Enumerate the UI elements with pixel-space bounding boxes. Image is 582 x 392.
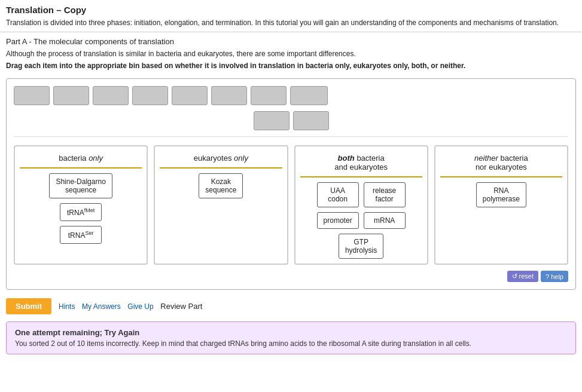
help-button[interactable]: ? help <box>541 271 568 282</box>
placed-item-trna-ser[interactable]: tRNASer <box>60 226 102 244</box>
placed-item-rna-polymerase[interactable]: RNApolymerase <box>476 182 526 207</box>
drag-item-2[interactable] <box>53 86 89 105</box>
feedback-box: One attempt remaining; Try Again You sor… <box>6 321 576 354</box>
placed-item-promoter[interactable]: promoter <box>317 212 359 229</box>
bin-neither-items: RNApolymerase <box>440 182 562 207</box>
drag-item-10[interactable] <box>293 111 329 130</box>
reset-help-row: ↺ reset ? help <box>14 271 568 282</box>
reset-button[interactable]: ↺ reset <box>507 271 539 282</box>
my-answers-link[interactable]: My Answers <box>82 302 121 311</box>
main-content-box: bacteria only Shine-Dalgarnosequence tRN… <box>6 78 576 290</box>
bin-both-row1: UAAcodon releasefactor <box>317 182 406 207</box>
drag-item-5[interactable] <box>172 86 208 105</box>
part-instruction: Drag each item into the appropriate bin … <box>0 60 582 75</box>
bin-neither: neither bacterianor eukaryotes RNApolyme… <box>434 145 568 265</box>
bin-both: both bacteriaand eukaryotes UAAcodon rel… <box>294 145 428 265</box>
placed-item-mrna[interactable]: mRNA <box>364 212 406 229</box>
action-row: Submit Hints My Answers Give Up Review P… <box>0 293 582 319</box>
part-subtitle: The molecular components of translation <box>33 37 174 46</box>
bin-bacteria-only-items: Shine-Dalgarnosequence tRNAfMet tRNASer <box>20 173 142 244</box>
bin-both-row2: promoter mRNA <box>317 212 406 229</box>
drag-item-1[interactable] <box>14 86 50 105</box>
drag-item-3[interactable] <box>93 86 129 105</box>
part-desc: Although the process of translation is s… <box>0 48 582 60</box>
drag-item-8[interactable] <box>290 86 328 105</box>
placed-item-kozak[interactable]: Kozaksequence <box>199 173 243 198</box>
drag-item-4[interactable] <box>132 86 168 105</box>
page-title: Translation – Copy <box>0 0 582 17</box>
review-part-text: Review Part <box>160 302 202 311</box>
placed-item-shine-dalgarno[interactable]: Shine-Dalgarnosequence <box>49 173 112 198</box>
bin-neither-header: neither bacterianor eukaryotes <box>440 151 562 177</box>
part-label: Part A <box>6 37 27 46</box>
bin-eukaryotes-only: eukaryotes only Kozaksequence <box>154 145 288 265</box>
feedback-title: One attempt remaining; Try Again <box>15 328 567 337</box>
placed-item-trna-fmet[interactable]: tRNAfMet <box>60 203 102 221</box>
draggable-items-area <box>14 86 568 137</box>
bin-eukaryotes-only-header: eukaryotes only <box>160 151 282 169</box>
bin-bacteria-only-header: bacteria only <box>20 151 142 169</box>
placed-item-uaa-codon[interactable]: UAAcodon <box>317 182 359 207</box>
bin-bacteria-only: bacteria only Shine-Dalgarnosequence tRN… <box>14 145 148 265</box>
bins-container: bacteria only Shine-Dalgarnosequence tRN… <box>14 145 568 265</box>
placed-item-gtp-hydrolysis[interactable]: GTPhydrolysis <box>339 234 383 259</box>
placed-item-release-factor[interactable]: releasefactor <box>364 182 406 207</box>
action-links: Hints My Answers Give Up Review Part <box>59 302 202 311</box>
drag-item-7[interactable] <box>251 86 287 105</box>
bin-eukaryotes-only-items: Kozaksequence <box>160 173 282 198</box>
drag-item-6[interactable] <box>211 86 247 105</box>
bin-both-row3: GTPhydrolysis <box>339 234 383 259</box>
part-header: Part A - The molecular components of tra… <box>0 32 582 48</box>
part-separator: - <box>29 37 33 46</box>
page-description: Translation is divided into three phases… <box>0 17 582 32</box>
feedback-text: You sorted 2 out of 10 items incorrectly… <box>15 339 567 348</box>
bin-both-header: both bacteriaand eukaryotes <box>300 151 422 177</box>
drag-item-9[interactable] <box>254 111 290 130</box>
bin-both-items: UAAcodon releasefactor promoter mRNA GTP… <box>300 182 422 259</box>
give-up-link[interactable]: Give Up <box>127 302 153 311</box>
hints-link[interactable]: Hints <box>59 302 75 311</box>
submit-button[interactable]: Submit <box>6 298 51 314</box>
